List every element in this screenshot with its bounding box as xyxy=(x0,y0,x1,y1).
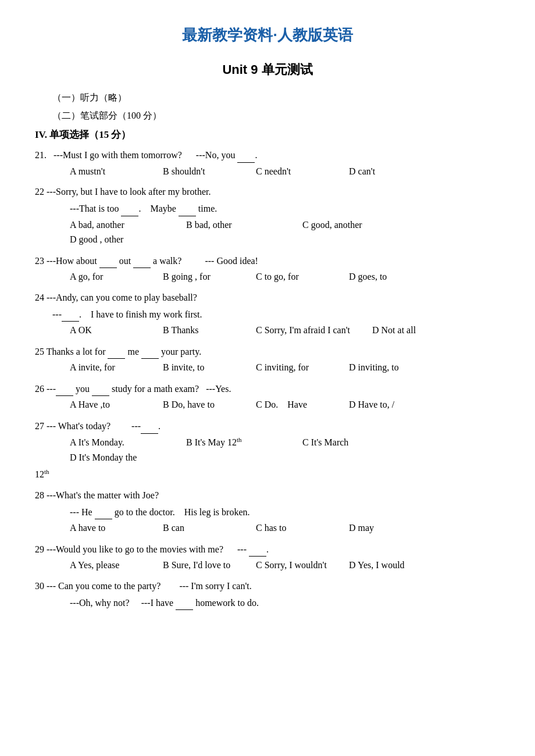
q28-text1: 28 ---What's the matter with Joe? xyxy=(35,488,500,503)
q30-text2: ---Oh, why not? ---I have homework to do… xyxy=(70,595,500,611)
q24-text1: 24 ---Andy, can you come to play basebal… xyxy=(35,290,500,305)
q27-options: A It's Monday.B It's May 12thC It's Marc… xyxy=(70,435,500,465)
q26-text: 26 --- you study for a math exam? ---Yes… xyxy=(35,381,500,397)
section-listening: （一）听力（略） xyxy=(52,90,500,105)
q25-text: 25 Thanks a lot for me your party. xyxy=(35,344,500,359)
section-written: （二）笔试部分（100 分） xyxy=(52,108,500,123)
question-26: 26 --- you study for a math exam? ---Yes… xyxy=(35,381,500,412)
question-29: 29 ---Would you like to go to the movies… xyxy=(35,541,500,573)
q24-options: A OKB ThanksC Sorry, I'm afraid I can'tD… xyxy=(70,323,500,338)
q21-text: 21. ---Must I go with them tomorrow? ---… xyxy=(35,147,500,163)
unit-title: Unit 9 单元测试 xyxy=(35,59,500,80)
q27-options-cont: 12th xyxy=(35,467,500,482)
section-choice: IV. 单项选择（15 分） xyxy=(35,127,500,142)
q22-options: A bad, anotherB bad, otherC good, anothe… xyxy=(70,217,500,247)
question-23: 23 ---How about out a walk? --- Good ide… xyxy=(35,253,500,284)
q23-text: 23 ---How about out a walk? --- Good ide… xyxy=(35,253,500,269)
question-25: 25 Thanks a lot for me your party. A inv… xyxy=(35,344,500,375)
q25-options: A invite, forB invite, toC inviting, for… xyxy=(70,360,500,375)
q23-options: A go, forB going , forC to go, forD goes… xyxy=(70,269,500,284)
question-27: 27 --- What's today? --- . A It's Monday… xyxy=(35,418,500,482)
question-30: 30 --- Can you come to the party? --- I'… xyxy=(35,579,500,610)
question-24: 24 ---Andy, can you come to play basebal… xyxy=(35,290,500,338)
q30-text1: 30 --- Can you come to the party? --- I'… xyxy=(35,579,500,594)
q22-text2: ---That is too . Maybe time. xyxy=(70,201,500,216)
q24-text2: --- . I have to finish my work first. xyxy=(52,306,500,322)
q26-options: A Have ,toB Do, have toC Do. HaveD Have … xyxy=(70,397,500,412)
q29-options: A Yes, pleaseB Sure, I'd love toC Sorry,… xyxy=(70,558,500,573)
q27-text: 27 --- What's today? --- . xyxy=(35,418,500,434)
question-22: 22 ---Sorry, but I have to look after my… xyxy=(35,184,500,247)
q22-text1: 22 ---Sorry, but I have to look after my… xyxy=(35,184,500,199)
q21-options: A mustn'tB shouldn'tC needn'tD can't xyxy=(70,164,500,179)
q28-text2: --- He go to the doctor. His leg is brok… xyxy=(70,504,500,520)
question-28: 28 ---What's the matter with Joe? --- He… xyxy=(35,488,500,536)
question-21: 21. ---Must I go with them tomorrow? ---… xyxy=(35,147,500,179)
q28-options: A have toB canC has toD may xyxy=(70,520,500,536)
q29-text: 29 ---Would you like to go to the movies… xyxy=(35,541,500,557)
main-title: 最新教学资料·人教版英语 xyxy=(35,23,500,48)
